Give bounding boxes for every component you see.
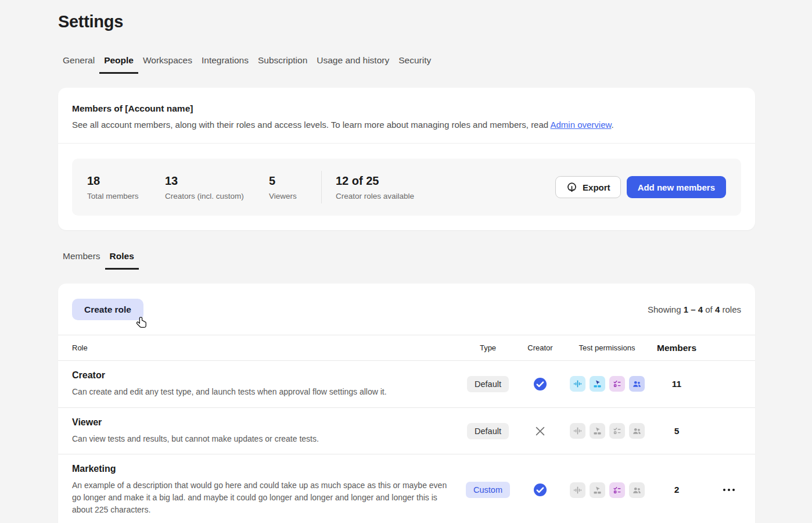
role-name: Marketing <box>72 464 452 474</box>
test-permissions-cell <box>563 482 651 498</box>
tab-security[interactable]: Security <box>394 55 436 74</box>
role-members-count: 5 <box>651 426 703 436</box>
role-name: Viewer <box>72 417 452 428</box>
audio-test-icon <box>570 423 585 439</box>
create-role-button[interactable]: Create role <box>72 299 143 320</box>
stat-label: Creators (incl. custom) <box>165 192 269 200</box>
roles-table-body: CreatorCan create and edit any test type… <box>58 361 755 523</box>
settings-page: Settings GeneralPeopleWorkspacesIntegrat… <box>58 0 755 523</box>
role-type-cell: Default <box>459 423 517 439</box>
export-button[interactable]: Export <box>555 176 621 198</box>
role-description: Can view tests and results, but cannot m… <box>72 433 452 445</box>
stat-value: 12 of 25 <box>336 174 414 188</box>
stat-value: 13 <box>165 174 269 188</box>
members-card: Members of [Account name] See all accoun… <box>58 88 755 230</box>
interview-test-icon <box>629 482 645 498</box>
page-title: Settings <box>58 12 755 31</box>
creator-check-icon <box>533 483 547 497</box>
stats-actions: Export Add new members <box>555 176 726 198</box>
export-label: Export <box>583 182 610 192</box>
stat-total-members: 18Total members <box>87 174 165 200</box>
roles-table-header: RoleTypeCreatorTest permissionsMembers <box>58 335 755 361</box>
click-test-icon <box>590 376 605 392</box>
roles-card: Create role Showing 1 – 4 of 4 roles Rol… <box>58 284 755 523</box>
test-permissions-cell <box>563 376 651 392</box>
stat-label: Viewers <box>269 192 321 200</box>
table-row: MarketingAn example of a description tha… <box>58 454 755 523</box>
role-members-count: 2 <box>651 485 703 495</box>
survey-test-icon <box>609 482 625 498</box>
members-stats-section: 18Total members13Creators (incl. custom)… <box>58 144 755 230</box>
role-type-badge: Default <box>467 376 509 392</box>
table-row: ViewerCan view tests and results, but ca… <box>58 408 755 455</box>
members-card-header: Members of [Account name] See all accoun… <box>58 88 755 144</box>
admin-overview-link[interactable]: Admin overview <box>551 120 612 130</box>
creator-access-cell <box>517 377 563 391</box>
role-actions-cell <box>703 484 755 496</box>
tab-workspaces[interactable]: Workspaces <box>138 55 197 74</box>
stat-creator-roles-available: 12 of 25Creator roles available <box>336 174 414 200</box>
role-type-cell: Default <box>459 376 517 392</box>
audio-test-icon <box>570 482 585 498</box>
role-cell: ViewerCan view tests and results, but ca… <box>58 417 459 445</box>
stat-label: Total members <box>87 192 165 200</box>
settings-tabs: GeneralPeopleWorkspacesIntegrationsSubsc… <box>58 55 755 74</box>
role-type-cell: Custom <box>459 482 517 498</box>
hand-cursor-icon <box>135 316 149 329</box>
tab-general[interactable]: General <box>58 55 99 74</box>
stat-creators-incl-custom: 13Creators (incl. custom) <box>165 174 269 200</box>
more-options-button[interactable] <box>718 484 739 496</box>
tab-usage-and-history[interactable]: Usage and history <box>312 55 394 74</box>
create-role-label: Create role <box>84 305 131 314</box>
column-header-type: Type <box>459 343 517 352</box>
stats-divider <box>321 171 322 203</box>
creator-x-icon <box>534 425 547 438</box>
column-header-role: Role <box>58 343 459 352</box>
test-permissions-cell <box>563 423 651 439</box>
ellipsis-dot <box>732 489 735 491</box>
role-type-badge: Default <box>467 423 509 439</box>
stat-label: Creator roles available <box>336 192 414 200</box>
column-header-creator: Creator <box>517 343 563 352</box>
stat-viewers: 5Viewers <box>269 174 321 200</box>
subtab-roles[interactable]: Roles <box>105 251 139 270</box>
stats-box: 18Total members13Creators (incl. custom)… <box>72 159 741 216</box>
members-roles-tabs: MembersRoles <box>58 251 755 270</box>
creator-access-cell <box>517 425 563 438</box>
tab-subscription[interactable]: Subscription <box>253 55 312 74</box>
members-heading: Members of [Account name] <box>72 103 741 114</box>
role-description: Can create and edit any test type, and l… <box>72 386 452 398</box>
interview-test-icon <box>629 423 645 439</box>
role-members-count: 11 <box>651 379 703 389</box>
tab-integrations[interactable]: Integrations <box>197 55 253 74</box>
role-type-badge: Custom <box>466 482 510 498</box>
members-description: See all account members, along with thei… <box>72 120 741 130</box>
subtab-members[interactable]: Members <box>58 251 105 270</box>
stat-value: 5 <box>269 174 321 188</box>
role-description: An example of a description that would g… <box>72 479 452 515</box>
ellipsis-dot <box>723 489 725 491</box>
audio-test-icon <box>570 376 585 392</box>
creator-access-cell <box>517 483 563 497</box>
add-new-members-button[interactable]: Add new members <box>627 176 726 198</box>
ellipsis-dot <box>728 489 730 491</box>
role-name: Creator <box>72 370 452 381</box>
column-header-members: Members <box>651 343 703 353</box>
download-icon <box>566 181 578 194</box>
click-test-icon <box>590 423 605 439</box>
interview-test-icon <box>629 376 645 392</box>
tab-people[interactable]: People <box>99 55 138 74</box>
stat-value: 18 <box>87 174 165 188</box>
column-header-test-permissions: Test permissions <box>563 343 651 352</box>
survey-test-icon <box>609 376 625 392</box>
survey-test-icon <box>609 423 625 439</box>
click-test-icon <box>590 482 605 498</box>
role-cell: MarketingAn example of a description tha… <box>58 464 459 515</box>
creator-check-icon <box>533 377 547 391</box>
role-cell: CreatorCan create and edit any test type… <box>58 370 459 398</box>
showing-count: Showing 1 – 4 of 4 roles <box>648 305 741 314</box>
table-row: CreatorCan create and edit any test type… <box>58 361 755 408</box>
roles-card-header: Create role Showing 1 – 4 of 4 roles <box>58 284 755 335</box>
